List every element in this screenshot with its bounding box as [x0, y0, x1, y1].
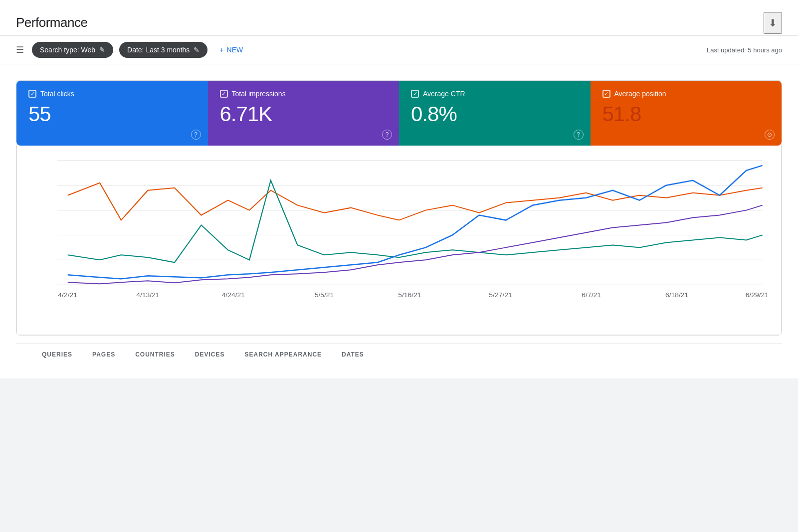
- metric-card-total-impressions[interactable]: Total impressions 6.71K ?: [208, 81, 399, 146]
- average-ctr-label-row: Average CTR: [411, 90, 579, 98]
- average-ctr-help-icon[interactable]: ?: [574, 130, 584, 140]
- date-label: Date: Last 3 months: [127, 46, 190, 54]
- total-clicks-checkbox[interactable]: [28, 90, 36, 98]
- svg-text:4/2/21: 4/2/21: [58, 291, 77, 298]
- svg-text:4/24/21: 4/24/21: [222, 291, 245, 298]
- average-ctr-value: 0.8%: [411, 103, 579, 126]
- tab-dates[interactable]: DATES: [332, 344, 374, 366]
- average-position-help-icon[interactable]: ⊙: [765, 130, 775, 140]
- total-impressions-value: 6.71K: [220, 103, 388, 126]
- average-position-checkbox[interactable]: [602, 90, 610, 98]
- tab-devices[interactable]: DEVICES: [185, 344, 235, 366]
- svg-text:5/27/21: 5/27/21: [489, 291, 512, 298]
- page-header: Performance ⬇: [0, 0, 798, 36]
- download-button[interactable]: ⬇: [764, 12, 782, 34]
- total-clicks-help-icon[interactable]: ?: [191, 130, 201, 140]
- svg-text:6/7/21: 6/7/21: [582, 291, 601, 298]
- toolbar: ☰ Search type: Web ✎ Date: Last 3 months…: [0, 36, 798, 64]
- metric-card-average-ctr[interactable]: Average CTR 0.8% ?: [399, 81, 591, 146]
- search-type-chip[interactable]: Search type: Web ✎: [32, 42, 113, 58]
- total-clicks-label: Total clicks: [40, 90, 74, 98]
- total-clicks-label-row: Total clicks: [28, 90, 196, 98]
- metrics-row: Total clicks 55 ? Total impressions 6.71…: [16, 81, 782, 146]
- search-type-edit-icon: ✎: [99, 46, 105, 54]
- total-clicks-value: 55: [28, 103, 196, 126]
- date-chip[interactable]: Date: Last 3 months ✎: [119, 42, 207, 58]
- plus-icon: +: [219, 46, 223, 54]
- average-position-label: Average position: [614, 90, 666, 98]
- average-position-label-row: Average position: [602, 90, 770, 98]
- metric-card-total-clicks[interactable]: Total clicks 55 ?: [16, 81, 208, 146]
- tab-queries[interactable]: QUERIES: [32, 344, 82, 366]
- metrics-chart-wrapper: Total clicks 55 ? Total impressions 6.71…: [16, 80, 782, 336]
- new-label: NEW: [227, 46, 243, 54]
- total-impressions-label-row: Total impressions: [220, 90, 388, 98]
- svg-text:6/18/21: 6/18/21: [665, 291, 688, 298]
- total-impressions-help-icon[interactable]: ?: [382, 130, 392, 140]
- total-impressions-label: Total impressions: [232, 90, 286, 98]
- search-type-label: Search type: Web: [40, 46, 95, 54]
- chart-container: 4/2/21 4/13/21 4/24/21 5/5/21 5/16/21 5/…: [16, 146, 782, 335]
- last-updated-text: Last updated: 5 hours ago: [707, 46, 782, 54]
- page-title: Performance: [16, 15, 87, 30]
- svg-text:5/5/21: 5/5/21: [315, 291, 334, 298]
- new-button[interactable]: + NEW: [213, 42, 249, 58]
- svg-text:6/29/21: 6/29/21: [746, 291, 769, 298]
- average-ctr-label: Average CTR: [423, 90, 465, 98]
- svg-text:5/16/21: 5/16/21: [398, 291, 421, 298]
- average-ctr-checkbox[interactable]: [411, 90, 419, 98]
- tab-countries[interactable]: COUNTRIES: [125, 344, 185, 366]
- main-content: Total clicks 55 ? Total impressions 6.71…: [0, 64, 798, 378]
- performance-chart: 4/2/21 4/13/21 4/24/21 5/5/21 5/16/21 5/…: [25, 156, 773, 305]
- metric-card-average-position[interactable]: Average position 51.8 ⊙: [591, 81, 782, 146]
- filter-icon[interactable]: ☰: [16, 44, 24, 55]
- tab-search-appearance[interactable]: SEARCH APPEARANCE: [235, 344, 332, 366]
- date-edit-icon: ✎: [194, 46, 200, 54]
- bottom-tabs: QUERIES PAGES COUNTRIES DEVICES SEARCH A…: [16, 344, 782, 366]
- total-impressions-checkbox[interactable]: [220, 90, 228, 98]
- average-position-value: 51.8: [602, 103, 770, 126]
- tab-pages[interactable]: PAGES: [82, 344, 125, 366]
- svg-text:4/13/21: 4/13/21: [136, 291, 159, 298]
